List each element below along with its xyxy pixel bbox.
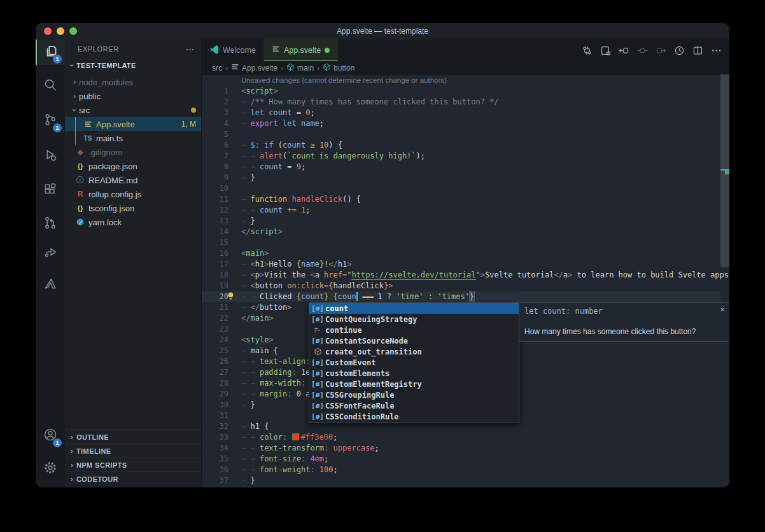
code-line[interactable]: 13→ } [202, 216, 720, 227]
lightbulb-icon[interactable] [226, 291, 236, 302]
close-icon[interactable]: × [720, 305, 725, 314]
suggestion-countqueuingstrategy[interactable]: [ø]CountQueuingStrategy [309, 314, 519, 325]
code-line[interactable]: 2→ /** How many times has someone clicke… [202, 97, 720, 108]
file-label: src [79, 106, 90, 115]
code-line[interactable]: 10 [202, 183, 720, 194]
chevron-down-icon: › [70, 106, 79, 115]
breadcrumb-item-main[interactable]: main [286, 63, 314, 73]
tree-item--gitignore[interactable]: ◆.gitignore [65, 145, 201, 159]
suggestion-cssgroupingrule[interactable]: [ø]CSSGroupingRule [309, 389, 519, 400]
breadcrumb: src›App.svelte›main›button [202, 61, 729, 75]
tree-item-yarn-lock[interactable]: yarn.lock [65, 215, 201, 229]
tab-welcome[interactable]: Welcome [202, 39, 264, 61]
code-line[interactable]: 6→ $: if (count ≥ 10) { [202, 140, 720, 151]
navigate-forward-icon[interactable] [654, 43, 668, 57]
code-line[interactable]: 19→ <button on:click={handleClick}> [202, 281, 720, 291]
minimize-window-button[interactable] [57, 27, 64, 35]
svelte-file-icon [272, 45, 280, 55]
close-window-button[interactable] [44, 27, 52, 35]
code-line[interactable]: 3→ let count = 0; [202, 108, 720, 118]
code-line[interactable]: 17→ <h1>Hello {name}!</h1> [202, 259, 720, 270]
open-changes-icon[interactable] [598, 43, 612, 57]
code-line[interactable]: 11→ function handleClick() { [202, 194, 720, 205]
suggestion-customevent[interactable]: [ø]CustomEvent [309, 357, 519, 368]
suggestion-customelementregistry[interactable]: [ø]CustomElementRegistry [309, 379, 519, 389]
suggestion-cssconditionrule[interactable]: [ø]CSSConditionRule [309, 411, 519, 422]
activity-item-account[interactable]: 1 [36, 423, 65, 449]
tree-item-node-modules[interactable]: ›node_modules [65, 75, 201, 89]
tree-item-src[interactable]: ›src [65, 103, 201, 117]
activity-item-extensions[interactable] [36, 178, 65, 204]
suggestion-constantsourcenode[interactable]: [ø]ConstantSourceNode [309, 335, 519, 346]
vscode-icon [209, 45, 219, 56]
code-line[interactable]: 1<script> [202, 86, 720, 97]
more-actions-icon[interactable] [709, 43, 723, 57]
git-status-badge: 1, M [181, 120, 196, 129]
autocomplete-detail-panel: let count: number How many times has som… [519, 302, 729, 342]
sidebar-panel-codetour[interactable]: ›CODETOUR [65, 472, 201, 486]
azure-icon [43, 277, 57, 293]
activity-item-source-control[interactable]: 1 [36, 108, 65, 134]
sidebar-panel-timeline[interactable]: ›TIMELINE [65, 444, 201, 458]
code-line[interactable]: 4→ export let name; [202, 118, 720, 129]
code-line[interactable]: 9→ } [202, 172, 720, 183]
zoom-window-button[interactable] [69, 27, 77, 35]
current-change-icon[interactable] [635, 43, 649, 57]
suggestion-cssfontfacerule[interactable]: [ø]CSSFontFaceRule [309, 400, 519, 411]
line-number: 3 [202, 108, 228, 118]
project-section-header[interactable]: › TEST-TEMPLATE [65, 59, 201, 73]
code-line[interactable]: 36→ → font-weight: 100; [202, 465, 720, 475]
code-line[interactable]: 34→ → text-transform: uppercase; [202, 443, 720, 454]
line-number: 11 [202, 194, 228, 205]
code-line[interactable]: 7→ → alert(`count is dangerously high!`)… [202, 151, 720, 162]
symbol-variable-icon: [ø] [312, 402, 323, 410]
yarn-icon [75, 218, 85, 226]
code-line[interactable]: 14</script> [202, 227, 720, 237]
activity-item-live-share[interactable] [36, 240, 65, 265]
chevron-right-icon: › [67, 475, 76, 484]
breadcrumb-item-src[interactable]: src [212, 64, 222, 73]
tab-app-svelte[interactable]: App.svelte [264, 39, 338, 61]
suggestion-count[interactable]: [ø]count [309, 303, 519, 314]
activity-item-run-debug[interactable] [36, 143, 65, 169]
suggestion-continue[interactable]: continue [309, 325, 519, 335]
code-editor[interactable]: Unsaved changes (cannot determine recent… [202, 75, 720, 487]
suggestion-customelements[interactable]: [ø]customElements [309, 368, 519, 379]
activity-item-search[interactable] [36, 73, 65, 99]
activity-item-azure[interactable] [36, 272, 65, 298]
code-line[interactable]: 20→ → Clicked {count} {coun === 1 ? 'tim… [202, 291, 720, 302]
code-line[interactable]: 37→ } [202, 475, 720, 486]
activity-item-github-pull-requests[interactable] [36, 211, 65, 237]
tree-item-app-svelte[interactable]: App.svelte1, M [65, 117, 201, 131]
tree-item-tsconfig-json[interactable]: {}tsconfig.json [65, 201, 201, 215]
line-number: 4 [202, 118, 228, 129]
navigate-back-icon[interactable] [617, 43, 631, 57]
gitlens-compare-icon[interactable] [580, 43, 594, 57]
code-line[interactable]: 16<main> [202, 248, 720, 259]
code-line[interactable]: 18→ <p>Visit the <a href="https://svelte… [202, 270, 720, 281]
tree-item-public[interactable]: ›public [65, 89, 201, 103]
tree-item-rollup-config-js[interactable]: Rrollup.config.js [65, 187, 201, 201]
explorer-more-actions-icon[interactable]: ⋯ [185, 44, 195, 54]
code-line[interactable]: 8→ → count = 9; [202, 162, 720, 172]
code-line[interactable]: 15 [202, 237, 720, 248]
breadcrumb-item-app-svelte[interactable]: App.svelte [231, 63, 277, 73]
code-line[interactable]: 35→ → font-size: 4em; [202, 454, 720, 465]
info-icon: ⓘ [75, 175, 85, 186]
code-text: → → font-size: 4em; [241, 454, 328, 465]
tree-item-package-json[interactable]: {}package.json [65, 159, 201, 173]
code-line[interactable]: 5 [202, 129, 720, 140]
code-line[interactable]: 33→ → color: #ff3e00; [202, 432, 720, 443]
suggestion-create_out_transition[interactable]: create_out_transition [309, 346, 519, 357]
code-line[interactable]: 32→ h1 { [202, 421, 720, 432]
tree-item-main-ts[interactable]: TSmain.ts [65, 131, 201, 145]
tree-item-readme-md[interactable]: ⓘREADME.md [65, 173, 201, 187]
activity-item-settings-gear[interactable] [36, 456, 65, 482]
activity-item-explorer[interactable]: 1 [36, 39, 65, 65]
split-editor-icon[interactable] [691, 43, 705, 57]
sidebar-panel-npm-scripts[interactable]: ›NPM SCRIPTS [65, 458, 201, 472]
file-history-icon[interactable] [672, 43, 686, 57]
sidebar-panel-outline[interactable]: ›OUTLINE [65, 430, 201, 444]
code-line[interactable]: 12→ → count += 1; [202, 205, 720, 216]
breadcrumb-item-button[interactable]: button [323, 63, 354, 73]
